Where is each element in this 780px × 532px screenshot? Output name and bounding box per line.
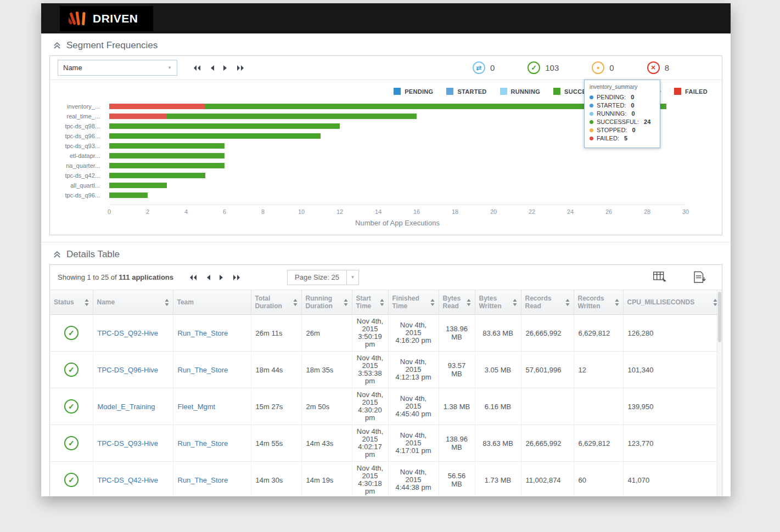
cell-status: ✓ <box>50 462 93 497</box>
next-page-button[interactable] <box>219 274 224 281</box>
sort-icon[interactable] <box>467 299 471 306</box>
cell-total_duration: 26m 11s <box>251 315 301 352</box>
table-row: ✓TPC-DS_Q42-HiveRun_The_Store14m 30s14m … <box>50 462 722 497</box>
name-link[interactable]: TPC-DS_Q96-Hive <box>98 366 159 374</box>
stopped-counter[interactable]: ■ 0 <box>592 61 614 74</box>
sort-icon[interactable] <box>85 299 89 306</box>
sort-icon[interactable] <box>565 299 570 306</box>
name-link[interactable]: TPC-DS_Q93-Hive <box>98 439 159 448</box>
status-dot <box>590 137 593 140</box>
column-header-records_written[interactable]: Records Written <box>574 290 623 315</box>
column-header-records_read[interactable]: Records Read <box>521 290 574 315</box>
legend-swatch <box>446 88 453 95</box>
prev-page-button[interactable] <box>210 65 215 71</box>
column-header-running_duration[interactable]: Running Duration <box>301 290 352 315</box>
next-page-button[interactable] <box>223 65 228 71</box>
sort-icon[interactable] <box>430 299 435 306</box>
column-header-status[interactable]: Status <box>50 290 93 315</box>
chart-bar[interactable] <box>109 193 686 198</box>
legend-item-pending[interactable]: PENDING <box>394 88 433 95</box>
export-report-icon[interactable] <box>693 270 706 284</box>
tooltip-row: PENDING: 0 <box>590 93 655 101</box>
name-link[interactable]: Model_E_Training <box>98 403 155 411</box>
cell-bytes_read: 138.96 MB <box>439 425 475 462</box>
export-table-icon[interactable] <box>653 270 667 284</box>
column-header-bytes_read[interactable]: Bytes Read <box>439 290 475 315</box>
cell-records_read: 11,002,874 <box>521 462 574 497</box>
failed-counter[interactable]: ✕ 8 <box>647 61 669 74</box>
sort-icon[interactable] <box>513 299 517 306</box>
table-scrollbar[interactable] <box>717 290 722 496</box>
cell-team: Run_The_Store <box>173 315 251 352</box>
tooltip-rows: PENDING: 0STARTED: 0RUNNING: 0SUCCESSFUL… <box>590 93 655 143</box>
chevron-down-icon: ▼ <box>167 65 172 70</box>
chart-category-label: tpc-ds_q42... <box>50 172 109 179</box>
x-tick-label: 26 <box>605 208 612 215</box>
sort-icon[interactable] <box>380 299 384 306</box>
team-link[interactable]: Run_The_Store <box>178 439 228 448</box>
name-filter-select[interactable]: Name ▼ <box>58 60 177 76</box>
page-size-control: Page Size: 25 ▼ <box>287 270 359 285</box>
column-label: Records Written <box>578 295 613 310</box>
successful-counter[interactable]: ✓ 103 <box>528 61 559 74</box>
x-tick-label: 28 <box>644 208 650 215</box>
chart-category-label: tpc-ds_q96... <box>50 192 109 199</box>
column-header-finished_time[interactable]: Finished Time <box>388 290 439 315</box>
chart-bar[interactable] <box>109 153 686 159</box>
team-link[interactable]: Run_The_Store <box>178 476 228 484</box>
chart-pager <box>193 65 245 71</box>
x-tick-label: 18 <box>452 208 458 215</box>
team-link[interactable]: Run_The_Store <box>178 366 228 374</box>
column-header-bytes_written[interactable]: Bytes Written <box>475 290 521 315</box>
stop-circle-icon: ■ <box>592 61 604 74</box>
chart-bar[interactable] <box>109 183 686 188</box>
bar-segment-failed <box>109 104 205 109</box>
legend-item-failed[interactable]: FAILED <box>674 88 708 95</box>
last-page-button[interactable] <box>236 65 245 71</box>
sort-icon[interactable] <box>293 299 298 306</box>
chart-bar[interactable] <box>109 163 686 168</box>
column-header-team[interactable]: Team <box>173 290 251 315</box>
collapse-icon[interactable] <box>53 251 61 258</box>
last-page-button[interactable] <box>232 274 241 281</box>
name-link[interactable]: TPC-DS_Q42-Hive <box>98 476 159 484</box>
showing-text: Showing 1 to 25 of 111 applications <box>58 273 173 281</box>
chart-row: tpc-ds_q96... <box>50 190 686 200</box>
pending-counter[interactable]: ⇄ 0 <box>473 61 495 74</box>
column-label: Finished Time <box>392 295 428 310</box>
success-status-icon: ✓ <box>64 363 78 377</box>
column-header-start_time[interactable]: Start Time <box>352 290 388 315</box>
cell-bytes_read: 138.96 MB <box>439 315 475 352</box>
name-link[interactable]: TPC-DS_Q92-Hive <box>98 329 159 337</box>
scrollbar-thumb[interactable] <box>718 292 721 342</box>
column-label: Bytes Read <box>443 295 464 310</box>
chart-row: na_quarter... <box>50 161 686 171</box>
legend-item-started[interactable]: STARTED <box>446 88 486 95</box>
column-label: CPU_MILLISECONDS <box>627 298 695 306</box>
stopped-count: 0 <box>609 63 614 72</box>
sort-icon[interactable] <box>344 299 348 306</box>
legend-item-running[interactable]: RUNNING <box>500 88 540 95</box>
cell-records_written: 6,629,812 <box>574 425 623 462</box>
column-header-cpu_milliseconds[interactable]: CPU_MILLISECONDS <box>623 290 722 315</box>
driven-logo[interactable]: DRIVEN <box>60 6 153 31</box>
sort-icon[interactable] <box>165 299 169 306</box>
collapse-icon[interactable] <box>53 42 61 49</box>
column-header-total_duration[interactable]: Total Duration <box>251 290 301 315</box>
chart-bar[interactable] <box>109 173 686 178</box>
segment-frequencies-header: Segment Frequencies <box>41 33 731 55</box>
status-counters: ⇄ 0 ✓ 103 ■ 0 ✕ 8 <box>473 61 714 74</box>
sort-icon[interactable] <box>615 299 619 306</box>
page-size-select[interactable]: Page Size: 25 <box>287 270 347 285</box>
cell-team: Run_The_Store <box>173 462 251 497</box>
team-link[interactable]: Run_The_Store <box>178 329 228 337</box>
column-header-name[interactable]: Name <box>93 290 173 315</box>
team-link[interactable]: Fleet_Mgmt <box>178 403 216 411</box>
chevron-down-icon[interactable]: ▼ <box>347 270 359 285</box>
legend-label: PENDING <box>405 88 433 95</box>
cell-records_written: 12 <box>574 352 623 388</box>
logo-text: DRIVEN <box>93 12 138 25</box>
first-page-button[interactable] <box>189 274 198 281</box>
prev-page-button[interactable] <box>206 274 211 281</box>
first-page-button[interactable] <box>193 65 201 71</box>
